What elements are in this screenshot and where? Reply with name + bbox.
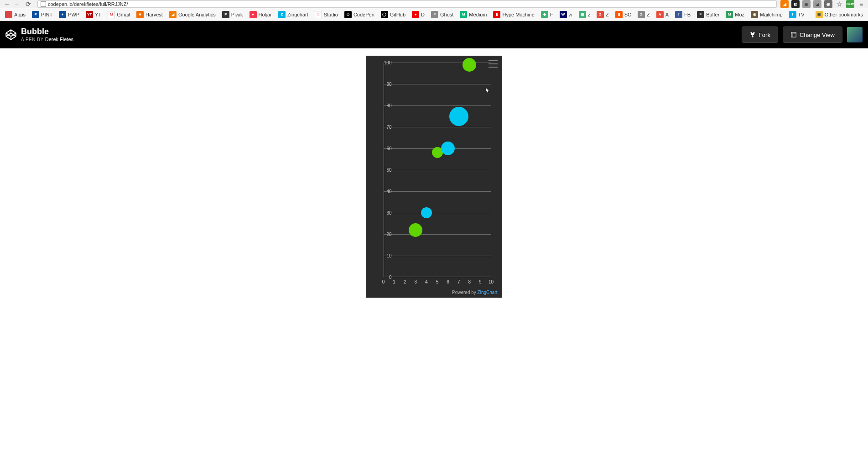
bookmark-item[interactable]: ZZingchart bbox=[276, 10, 311, 19]
bookmark-favicon: Z bbox=[278, 11, 286, 18]
bookmark-item[interactable]: fFB bbox=[673, 10, 693, 19]
attribution-prefix: Powered by bbox=[452, 290, 478, 295]
bookmark-favicon: ◇ bbox=[344, 11, 352, 18]
address-bar[interactable]: codepen.io/derekfletes/full/RRJJNZ/ bbox=[37, 0, 777, 8]
pen-author[interactable]: Derek Fletes bbox=[45, 37, 73, 42]
bookmark-item[interactable]: ▮Hype Machine bbox=[491, 10, 536, 19]
bookmark-star-icon[interactable]: ☆ bbox=[835, 0, 843, 8]
bookmark-label: PWP bbox=[68, 12, 79, 17]
change-view-button[interactable]: Change View bbox=[783, 26, 842, 43]
x-tick-label: 6 bbox=[447, 279, 449, 284]
bookmark-item[interactable]: Apps bbox=[3, 10, 28, 19]
ext-new-icon[interactable]: NEW bbox=[846, 0, 854, 8]
bookmark-label: Medium bbox=[469, 12, 487, 17]
ext-analytics-icon[interactable]: ◢ bbox=[780, 0, 789, 8]
y-tick-label: 50 bbox=[386, 168, 391, 173]
nav-back-button[interactable]: ← bbox=[3, 0, 12, 8]
bookmark-favicon: t bbox=[789, 11, 796, 18]
x-tick-label: 1 bbox=[393, 279, 395, 284]
bookmark-item[interactable]: ZZ bbox=[594, 10, 611, 19]
bookmark-item[interactable]: ▮SC bbox=[613, 10, 634, 19]
bookmark-item[interactable]: ◢Google Analytics bbox=[167, 10, 218, 19]
x-tick-label: 4 bbox=[425, 279, 428, 284]
bookmark-favicon: ▮ bbox=[615, 11, 623, 18]
bookmark-item[interactable]: ▣z bbox=[577, 10, 593, 19]
bookmark-favicon: M bbox=[460, 11, 467, 18]
ext-shield-icon[interactable]: ◪ bbox=[813, 0, 821, 8]
other-bookmarks[interactable]: ▣ Other bookmarks bbox=[813, 10, 865, 19]
bookmark-item[interactable]: ●D bbox=[410, 10, 427, 19]
bookmark-label: F bbox=[550, 12, 553, 17]
ext-dark-icon[interactable]: ◐ bbox=[791, 0, 800, 8]
bookmark-item[interactable]: ≡Ghost bbox=[429, 10, 456, 19]
grid-line bbox=[384, 170, 491, 170]
y-tick-label: 60 bbox=[386, 146, 391, 151]
bookmark-label: Google Analytics bbox=[178, 12, 216, 17]
bookmark-favicon: ● bbox=[412, 11, 419, 18]
codepen-logo-icon[interactable] bbox=[5, 29, 16, 40]
nav-reload-button[interactable]: ⟳ bbox=[24, 0, 33, 8]
page-icon bbox=[41, 1, 46, 7]
bookmark-favicon bbox=[5, 11, 12, 18]
x-tick-label: 8 bbox=[468, 279, 471, 284]
bubble-point[interactable] bbox=[441, 142, 455, 155]
bookmark-item[interactable]: ◇CodePen bbox=[342, 10, 377, 19]
nav-forward-button[interactable]: → bbox=[12, 0, 21, 8]
y-tick-label: 20 bbox=[386, 232, 391, 237]
browser-toolbar: ← → ⟳ codepen.io/derekfletes/full/RRJJNZ… bbox=[0, 0, 868, 8]
bookmark-favicon: Z bbox=[597, 11, 604, 18]
url-text: codepen.io/derekfletes/full/RRJJNZ/ bbox=[48, 1, 128, 7]
grid-line bbox=[384, 127, 491, 127]
bookmark-item[interactable]: □Studio bbox=[312, 10, 340, 19]
bookmark-label: Apps bbox=[14, 12, 26, 17]
bookmark-item[interactable]: MMedium bbox=[457, 10, 489, 19]
fork-button[interactable]: Fork bbox=[742, 26, 778, 43]
bookmarks-bar: AppsPPINT♦PWPYTYTMGmailHHarvest◢Google A… bbox=[0, 8, 868, 21]
bookmark-item[interactable]: ◉Mailchimp bbox=[748, 10, 785, 19]
bookmark-favicon: A bbox=[656, 11, 664, 18]
y-tick-label: 40 bbox=[386, 189, 391, 194]
bubble-point[interactable] bbox=[421, 207, 432, 218]
bookmark-item[interactable]: AA bbox=[654, 10, 671, 19]
bubble-point[interactable] bbox=[449, 107, 468, 126]
y-tick-label: 70 bbox=[386, 125, 391, 130]
grid-line bbox=[384, 84, 491, 84]
bookmark-item[interactable]: MGmail bbox=[105, 10, 132, 19]
bookmark-item[interactable]: tTV bbox=[787, 10, 807, 19]
bookmark-label: YT bbox=[95, 12, 101, 17]
bookmark-item[interactable]: MMoz bbox=[723, 10, 747, 19]
bookmark-label: Mailchimp bbox=[760, 12, 783, 17]
svg-rect-0 bbox=[791, 32, 796, 37]
browser-extensions: ◢ ◐ ▣ ◪ ◉ ☆ NEW ≡ bbox=[780, 0, 865, 8]
bookmark-item[interactable]: ◆F bbox=[539, 10, 556, 19]
bookmark-item[interactable]: Ww bbox=[557, 10, 575, 19]
fork-icon bbox=[749, 31, 756, 38]
zingchart-link[interactable]: ZingChart bbox=[478, 290, 498, 295]
bookmark-item[interactable]: ZZ bbox=[635, 10, 652, 19]
bookmark-item[interactable]: ♦PWP bbox=[57, 10, 82, 19]
ext-camera-icon[interactable]: ◉ bbox=[824, 0, 832, 8]
bookmark-label: Z bbox=[606, 12, 609, 17]
page-body: Powered by ZingChart 0102030405060708090… bbox=[0, 48, 868, 462]
bookmark-item[interactable]: ≡Buffer bbox=[695, 10, 722, 19]
bookmark-favicon: ▣ bbox=[579, 11, 586, 18]
bookmark-item[interactable]: ●Hotjar bbox=[247, 10, 274, 19]
bookmark-favicon: YT bbox=[86, 11, 93, 18]
user-avatar[interactable] bbox=[847, 27, 863, 42]
bookmark-item[interactable]: PPiwik bbox=[220, 10, 245, 19]
bookmark-label: A bbox=[665, 12, 669, 17]
bookmark-favicon: M bbox=[726, 11, 733, 18]
y-tick-label: 30 bbox=[386, 210, 391, 215]
bookmark-item[interactable]: HHarvest bbox=[134, 10, 165, 19]
fork-label: Fork bbox=[759, 31, 770, 38]
bookmark-item[interactable]: YTYT bbox=[83, 10, 104, 19]
bookmark-label: PINT bbox=[41, 12, 52, 17]
bookmark-item[interactable]: PPINT bbox=[30, 10, 55, 19]
bookmark-item[interactable]: ◯GitHub bbox=[379, 10, 408, 19]
bubble-point[interactable] bbox=[463, 58, 476, 72]
bubble-point[interactable] bbox=[409, 223, 422, 237]
browser-menu-icon[interactable]: ≡ bbox=[857, 0, 865, 8]
bookmark-favicon: ◯ bbox=[381, 11, 388, 18]
ext-tag-icon[interactable]: ▣ bbox=[802, 0, 811, 8]
bookmark-favicon: H bbox=[136, 11, 144, 18]
